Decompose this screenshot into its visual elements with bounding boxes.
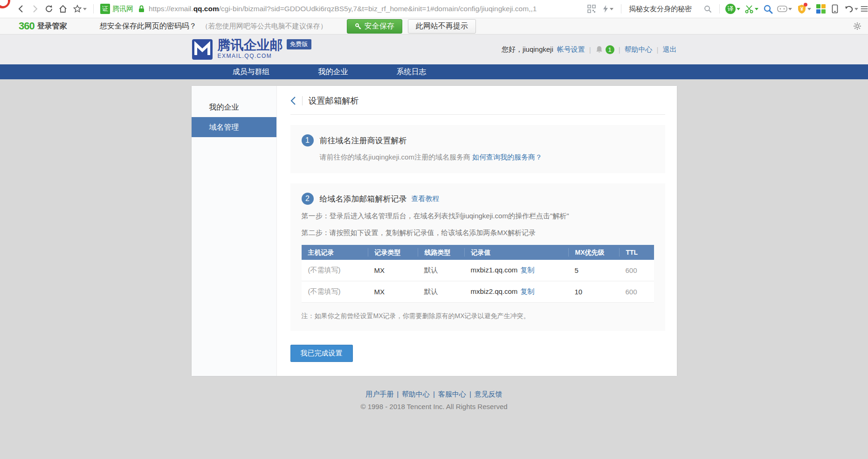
manager-settings-button[interactable]	[853, 22, 861, 30]
360-logo: 360	[19, 20, 34, 32]
cell-ttl: 600	[619, 266, 654, 274]
secure-save-button[interactable]: 安全保存	[347, 19, 402, 34]
footer-link-user-manual[interactable]: 用户手册	[365, 390, 393, 398]
refresh-button[interactable]	[42, 2, 56, 16]
toolbar-divider	[93, 4, 94, 14]
step-1-description: 请前往你的域名jiuqingkeji.com注册的域名服务商	[320, 153, 470, 161]
search-icon[interactable]	[704, 5, 712, 13]
url-text[interactable]: https://exmail.qq.com/cgi-bin/bizmail?si…	[149, 5, 537, 13]
qr-code-icon	[587, 5, 596, 13]
notification-count-badge[interactable]: 1	[606, 45, 614, 54]
home-button[interactable]	[56, 2, 70, 16]
cell-type: MX	[368, 266, 418, 274]
sidebar-item-my-company[interactable]: 我的企业	[192, 97, 276, 117]
toolbar-divider	[719, 4, 720, 14]
notifications-button[interactable]: 1	[595, 45, 614, 54]
cell-line: 默认	[418, 287, 464, 296]
games-button[interactable]	[775, 2, 794, 16]
speed-mode-button[interactable]	[599, 2, 617, 16]
lock-icon	[138, 5, 145, 13]
chevron-down-icon	[83, 8, 87, 10]
qr-code-button[interactable]	[585, 2, 599, 16]
back-button[interactable]	[14, 2, 28, 16]
back-link[interactable]	[290, 96, 296, 105]
step-2-title: 给域名添加邮箱解析记录	[320, 194, 407, 204]
step-2-box: 2 给域名添加邮箱解析记录 查看教程 第一步：登录后进入域名管理后台，在域名列表…	[290, 183, 665, 331]
page-footer: 用户手册|帮助中心|客服中心|意见反馈 © 1998 - 2018 Tencen…	[0, 390, 868, 410]
nav-item-members[interactable]: 成员与群组	[233, 64, 270, 79]
col-header-priority: MX优先级	[568, 248, 619, 257]
refresh-icon	[44, 4, 54, 14]
record-value: mxbiz1.qq.com	[471, 266, 518, 274]
brand-subtitle: EXMAIL.QQ.COM	[218, 53, 283, 59]
nav-item-system-log[interactable]: 系统日志	[397, 64, 427, 79]
find-button[interactable]	[761, 2, 775, 16]
browser-avatar[interactable]	[0, 0, 10, 8]
cert-badge-icon[interactable]: 证	[100, 4, 110, 14]
undo-button[interactable]	[842, 2, 861, 16]
logout-link[interactable]: 退出	[663, 45, 677, 54]
table-row: (不需填写) MX 默认 mxbiz1.qq.com复制 5 600	[302, 260, 654, 281]
mobile-button[interactable]	[828, 2, 842, 16]
screenshot-button[interactable]	[742, 2, 761, 16]
menu-button[interactable]	[861, 2, 868, 16]
help-center-link[interactable]: 帮助中心	[625, 45, 653, 54]
search-box[interactable]: 揭秘女友分身的秘密	[625, 5, 716, 14]
magnifier-icon	[763, 4, 773, 14]
site-header: 腾讯企业邮 EXMAIL.QQ.COM 免费版 您好，jiuqingkeji 帐…	[0, 35, 868, 64]
address-bar[interactable]: 证 腾讯网 https://exmail.qq.com/cgi-bin/bizm…	[100, 4, 585, 14]
bell-icon	[595, 45, 603, 54]
page-content: 我的企业 域名管理 设置邮箱解析 1 前往域名注册商设置解析 请前往你的域名ji…	[0, 79, 868, 443]
apps-grid-icon	[816, 4, 826, 14]
separator: |	[433, 390, 435, 398]
footer-link-feedback[interactable]: 意见反馈	[475, 390, 503, 398]
mx-conflict-note: 注：如果你之前曾经设置MX记录，你需要删除原有的MX记录以避免产生冲突。	[302, 312, 654, 320]
account-settings-link[interactable]: 帐号设置	[557, 45, 585, 54]
chevron-left-icon	[290, 96, 296, 105]
undo-icon	[844, 5, 854, 13]
dismiss-site-button[interactable]: 此网站不再提示	[408, 19, 476, 34]
translate-icon: 译	[725, 4, 736, 14]
main-panel: 设置邮箱解析 1 前往域名注册商设置解析 请前往你的域名jiuqingkeji.…	[277, 86, 679, 376]
nav-item-my-company[interactable]: 我的企业	[318, 64, 348, 79]
translate-button[interactable]: 译	[723, 2, 742, 16]
manager-title: 登录管家	[37, 21, 67, 31]
sidebar-item-domain-management[interactable]: 域名管理	[192, 117, 276, 137]
secure-save-label: 安全保存	[365, 21, 394, 31]
page-title: 设置邮箱解析	[309, 95, 359, 106]
svg-text:¥: ¥	[800, 6, 804, 12]
view-tutorial-link[interactable]: 查看教程	[412, 195, 440, 203]
find-provider-link[interactable]: 如何查询我的服务商？	[472, 153, 542, 161]
chevron-down-icon	[854, 8, 858, 10]
wallet-button[interactable]: ¥	[794, 2, 814, 16]
cell-host: (不需填写)	[302, 287, 368, 296]
hamburger-menu-icon	[861, 5, 868, 13]
exmail-logo[interactable]: 腾讯企业邮 EXMAIL.QQ.COM 免费版	[192, 39, 311, 60]
brand-title: 腾讯企业邮	[218, 38, 283, 52]
copyright: © 1998 - 2018 Tencent Inc. All Rights Re…	[0, 403, 868, 410]
dismiss-site-label: 此网站不再提示	[416, 22, 468, 30]
copy-link[interactable]: 复制	[520, 287, 534, 295]
step-1-number: 1	[302, 134, 314, 146]
col-header-ttl: TTL	[619, 248, 654, 257]
table-header-row: 主机记录 记录类型 线路类型 记录值 MX优先级 TTL	[302, 245, 654, 260]
col-header-line: 线路类型	[418, 248, 464, 257]
apps-button[interactable]	[814, 2, 828, 16]
cell-host: (不需填写)	[302, 266, 368, 275]
col-header-value: 记录值	[464, 248, 568, 257]
bookmark-button[interactable]	[70, 2, 90, 16]
separator: |	[657, 46, 659, 54]
phone-icon	[832, 4, 838, 14]
search-input[interactable]: 揭秘女友分身的秘密	[629, 5, 692, 14]
setup-complete-button[interactable]: 我已完成设置	[290, 345, 353, 362]
user-greeting: 您好，jiuqingkeji	[502, 45, 553, 54]
settings-card: 我的企业 域名管理 设置邮箱解析 1 前往域名注册商设置解析 请前往你的域名ji…	[192, 86, 677, 376]
footer-link-service-center[interactable]: 客服中心	[438, 390, 466, 398]
footer-link-help-center[interactable]: 帮助中心	[402, 390, 430, 398]
title-divider	[302, 96, 303, 105]
forward-button[interactable]	[28, 2, 42, 16]
star-icon	[73, 4, 82, 14]
cert-site-label[interactable]: 腾讯网	[112, 5, 133, 14]
record-value: mxbiz2.qq.com	[471, 287, 518, 295]
copy-link[interactable]: 复制	[520, 266, 534, 274]
